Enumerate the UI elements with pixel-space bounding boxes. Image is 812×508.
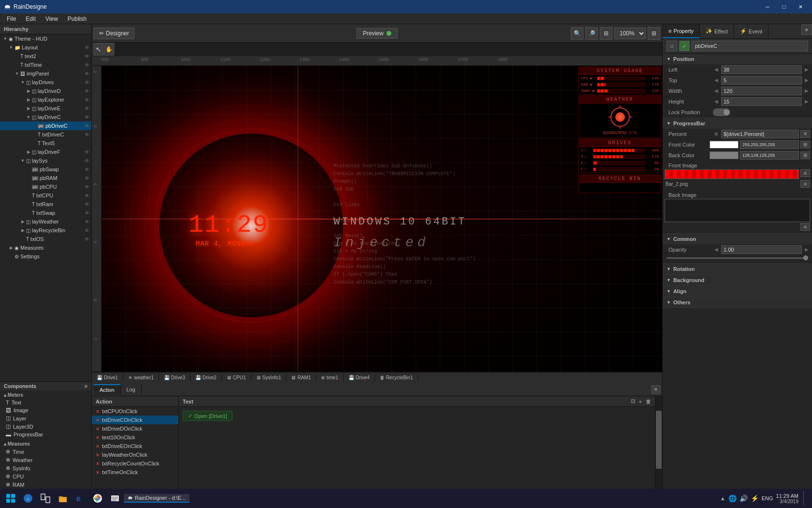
tree-item-layexplorer[interactable]: ▶ ◫ layExplorer 👁 xyxy=(0,95,91,104)
tree-item-text2[interactable]: T text2 👁 xyxy=(0,52,91,60)
comp-progressbar[interactable]: ▬ProgressBar xyxy=(0,431,91,438)
tree-item-laydrivee[interactable]: ▶ ◫ layDriveE 👁 xyxy=(0,104,91,113)
comp-cpu[interactable]: ⊕CPU xyxy=(0,472,91,480)
timeline-tab-drive2[interactable]: 💾 Drive2 xyxy=(190,374,222,381)
width-input[interactable] xyxy=(721,87,802,95)
front-color-input[interactable] xyxy=(740,140,799,149)
preview-button[interactable]: Preview xyxy=(357,28,398,39)
visibility-icon[interactable]: 👁 xyxy=(85,219,89,224)
designer-tab[interactable]: ✏ Designer xyxy=(94,28,134,39)
zoom-out-button[interactable]: 🔍 xyxy=(571,27,583,40)
tab-effect[interactable]: ✨ Effect xyxy=(700,24,734,38)
width-dec[interactable]: ◀ xyxy=(713,88,720,93)
comp-time[interactable]: ⊕Time xyxy=(0,448,91,456)
tree-item-laydrive-d[interactable]: ▶ ◫ layDriveD 👁 xyxy=(0,87,91,95)
grid-button[interactable]: ⊞ xyxy=(648,27,660,40)
timeline-tab-drive1[interactable]: 💾 Drive1 xyxy=(92,374,123,381)
visibility-icon[interactable]: 👁 xyxy=(85,45,89,50)
comp-text[interactable]: TText xyxy=(0,399,91,406)
visibility-icon[interactable]: 👁 xyxy=(85,237,89,242)
raindesigner-taskbar-app[interactable]: 🌧 RainDesigner - d:\E... xyxy=(124,494,189,503)
front-image-clear2[interactable]: ✕ xyxy=(800,180,810,188)
tree-item-pbdrivec[interactable]: pb pbDriveC 👁 xyxy=(0,121,91,130)
volume-tray-icon[interactable]: 🔊 xyxy=(740,494,748,502)
minimize-button[interactable]: ─ xyxy=(760,2,775,12)
timeline-tab-weather1[interactable]: ☀ weather1 xyxy=(123,374,159,381)
back-color-input[interactable] xyxy=(740,151,799,160)
comp-image[interactable]: 🖼Image xyxy=(0,406,91,414)
visibility-icon[interactable]: 👁 xyxy=(85,106,89,111)
comp-visible-toggle[interactable]: □ xyxy=(667,41,677,51)
visibility-icon[interactable]: 👁 xyxy=(85,158,89,164)
tree-item-txtcpu[interactable]: T txtCPU 👁 xyxy=(0,191,91,200)
menu-file[interactable]: File xyxy=(2,15,21,23)
comp-checkbox[interactable]: ✓ xyxy=(679,41,690,51)
tree-item-measures[interactable]: ▶ ◉ Measures xyxy=(0,243,91,252)
opacity-slider-thumb[interactable] xyxy=(803,255,808,260)
timeline-tab-cpu1[interactable]: 🖥 CPU1 xyxy=(222,374,251,381)
tree-item-layout[interactable]: ▼ 📁 Layout 👁 xyxy=(0,43,91,52)
tree-item-pbswap[interactable]: pb pbSwap 👁 xyxy=(0,165,91,174)
tab-action[interactable]: Action xyxy=(94,384,121,395)
top-dec[interactable]: ◀ xyxy=(713,77,720,83)
left-inc[interactable]: ▶ xyxy=(803,67,810,72)
visibility-icon[interactable]: 👁 xyxy=(85,202,89,207)
tree-item-txtram[interactable]: T txtRam 👁 xyxy=(0,200,91,209)
section-position-header[interactable]: ▼ Position xyxy=(663,54,812,64)
tab-event[interactable]: ⚡ Event xyxy=(734,24,768,38)
left-input[interactable] xyxy=(721,65,802,74)
action-layweather[interactable]: ✕ layWeatherOnClick xyxy=(92,450,178,459)
file-manager-button[interactable] xyxy=(106,490,124,507)
tree-item-txtdrivec[interactable]: T txtDriveC 👁 xyxy=(0,130,91,139)
tree-item-layweather[interactable]: ▶ ◫ layWeather 👁 xyxy=(0,217,91,226)
visibility-icon[interactable]: 👁 xyxy=(85,210,89,216)
front-image-clear[interactable]: ✕ xyxy=(800,169,810,177)
tree-item-txttime[interactable]: T txtTime 👁 xyxy=(0,60,91,69)
visibility-icon[interactable]: 👁 xyxy=(85,193,89,198)
language-indicator[interactable]: ENG xyxy=(762,495,773,501)
battery-tray-icon[interactable]: ⚡ xyxy=(751,494,759,502)
visibility-icon[interactable]: 👁 xyxy=(85,184,89,190)
comp-layer3d[interactable]: ◫Layer3D xyxy=(0,422,91,431)
left-dec[interactable]: ◀ xyxy=(713,67,720,72)
timeline-tab-recyclebin1[interactable]: 🗑 RecycleBin1 xyxy=(375,374,419,381)
height-input[interactable] xyxy=(721,97,802,106)
timeline-tab-drive4[interactable]: 💾 Drive4 xyxy=(344,374,375,381)
visibility-icon[interactable]: 👁 xyxy=(85,123,89,129)
back-image-clear[interactable]: ✕ xyxy=(800,223,810,231)
visibility-icon[interactable]: 👁 xyxy=(85,54,89,59)
width-inc[interactable]: ▶ xyxy=(803,88,810,93)
lock-position-toggle[interactable] xyxy=(713,108,730,116)
tree-item-laydrivef[interactable]: ▶ ◫ layDriveF 👁 xyxy=(0,148,91,156)
fit-button[interactable]: ⊞ xyxy=(600,27,612,40)
clock-display[interactable]: 11:29 AM 3/4/2019 xyxy=(776,493,798,504)
tree-item-theme[interactable]: ▼ ◉ Theme - HUD xyxy=(0,34,91,43)
tree-item-pbram[interactable]: pb pbRAM 👁 xyxy=(0,174,91,182)
tree-item-imgpanel[interactable]: ▼ 🖼 imgPanel 👁 xyxy=(0,69,91,78)
right-scrollbar[interactable] xyxy=(655,396,662,497)
visibility-icon[interactable]: 👁 xyxy=(85,80,89,85)
zoom-in-button[interactable]: 🔎 xyxy=(585,27,598,40)
visibility-icon[interactable]: 👁 xyxy=(85,132,89,137)
section-others-header[interactable]: ▼ Others xyxy=(663,297,812,308)
menu-edit[interactable]: Edit xyxy=(21,15,41,23)
action-txtrecyclecount[interactable]: ✕ txtRecycleCountOnClick xyxy=(92,459,178,468)
visibility-icon[interactable]: 👁 xyxy=(85,71,89,76)
menu-publish[interactable]: Publish xyxy=(63,15,91,23)
section-common-header[interactable]: ▼ Common xyxy=(663,234,812,244)
action-txtcpuonclick[interactable]: ✕ txtCPUOnClick xyxy=(92,407,178,416)
cortana-button[interactable]: ⌕ xyxy=(19,490,37,507)
timeline-tab-drive3[interactable]: 💾 Drive3 xyxy=(159,374,190,381)
visibility-icon[interactable]: 👁 xyxy=(85,149,89,155)
action-txttime[interactable]: ✕ txtTimeOnClick xyxy=(92,468,178,477)
pointer-tool[interactable]: ↖ xyxy=(94,43,103,56)
percent-clear[interactable]: ✕ xyxy=(800,130,810,138)
visibility-icon[interactable]: 👁 xyxy=(85,89,89,94)
close-button[interactable]: ✕ xyxy=(793,2,808,12)
tree-item-text5[interactable]: T Text5 xyxy=(0,139,91,148)
expand-icon[interactable]: ⊡ xyxy=(631,398,635,404)
visibility-icon[interactable]: 👁 xyxy=(85,62,89,68)
top-input[interactable] xyxy=(721,76,802,85)
delete-icon[interactable]: 🗑 xyxy=(646,399,651,404)
zoom-selector[interactable]: 100% 50% 75% 125% 150% xyxy=(614,28,646,39)
